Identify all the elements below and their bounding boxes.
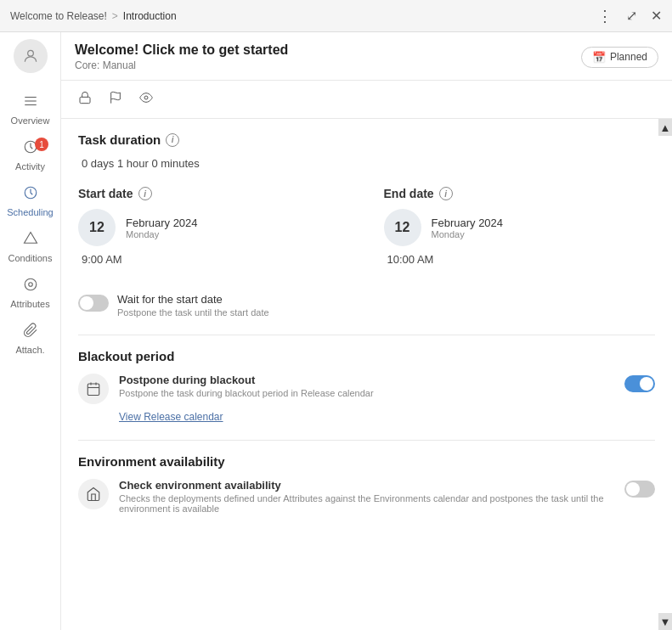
flag-icon[interactable] — [105, 87, 126, 111]
page-title: Welcome! Click me to get started — [75, 42, 288, 58]
dates-row: Start date i 12 February 2024 Monday 9:0… — [78, 187, 655, 279]
calendar-icon: 📅 — [592, 51, 606, 64]
sidebar-label-attach: Attach. — [15, 345, 44, 355]
end-time: 10:00 AM — [384, 253, 656, 266]
start-date-day: 12 — [78, 209, 116, 246]
planned-button[interactable]: 📅 Planned — [581, 47, 658, 68]
blackout-item-title: Postpone during blackout — [119, 374, 614, 386]
wait-label-sub: Postpone the task until the start date — [117, 307, 269, 318]
blackout-icon — [78, 374, 109, 404]
start-month-year: February 2024 — [126, 217, 198, 229]
divider-2 — [78, 440, 655, 441]
wait-toggle-label: Wait for the start date Postpone the tas… — [117, 293, 269, 318]
env-title-text: Environment availability — [78, 454, 225, 469]
task-duration-info-icon[interactable]: i — [166, 133, 179, 147]
scroll-area[interactable]: Task duration i 0 days 1 hour 0 minutes … — [61, 119, 672, 630]
svg-marker-6 — [24, 233, 37, 244]
start-day-name: Monday — [126, 229, 198, 239]
sidebar-item-activity[interactable]: 1 Activity — [0, 132, 60, 178]
activity-badge: 1 — [35, 138, 48, 151]
task-duration-label: Task duration — [78, 132, 161, 147]
task-duration-section: Task duration i — [78, 132, 655, 147]
start-date-info-icon[interactable]: i — [138, 187, 152, 200]
scheduling-icon — [23, 185, 38, 205]
overview-icon — [23, 93, 38, 113]
scroll-down-arrow[interactable]: ▼ — [658, 613, 672, 630]
breadcrumb-current: Introduction — [123, 10, 177, 22]
sidebar-item-attributes[interactable]: Attributes — [0, 270, 60, 316]
end-date-text: February 2024 Monday — [432, 217, 504, 239]
header-info: Welcome! Click me to get started Core: M… — [75, 42, 288, 71]
wait-toggle[interactable] — [78, 295, 109, 312]
top-bar-actions: ⋮ ⤢ ✕ — [597, 7, 662, 25]
environment-section: Environment availability Check environme… — [78, 454, 655, 514]
end-day-name: Monday — [432, 229, 504, 239]
view-calendar-link[interactable]: View Release calendar — [119, 411, 223, 423]
scroll-up-arrow[interactable]: ▲ — [658, 119, 672, 136]
divider-1 — [78, 335, 655, 335]
sidebar-item-scheduling[interactable]: Scheduling — [0, 178, 60, 224]
header-subtitle: Core: Manual — [75, 59, 288, 71]
planned-label: Planned — [610, 51, 647, 63]
main-layout: Overview 1 Activity Scheduling — [0, 32, 672, 630]
svg-point-11 — [144, 96, 148, 99]
more-options-icon[interactable]: ⋮ — [597, 7, 613, 25]
start-date-section: Start date i 12 February 2024 Monday 9:0… — [78, 187, 350, 279]
svg-point-0 — [27, 50, 33, 56]
start-time: 9:00 AM — [78, 253, 350, 266]
end-date-info-icon[interactable]: i — [439, 187, 453, 200]
env-icon — [78, 479, 109, 509]
close-icon[interactable]: ✕ — [651, 8, 662, 24]
top-bar: Welcome to Release! > Introduction ⋮ ⤢ ✕ — [0, 0, 672, 32]
wait-label-main: Wait for the start date — [117, 293, 269, 306]
sidebar-item-conditions[interactable]: Conditions — [0, 224, 60, 270]
duration-value: 0 days 1 hour 0 minutes — [78, 157, 655, 170]
content-header: Welcome! Click me to get started Core: M… — [61, 32, 672, 81]
content-area: Welcome! Click me to get started Core: M… — [61, 32, 672, 630]
svg-rect-12 — [88, 384, 99, 396]
sidebar-label-activity: Activity — [15, 161, 45, 172]
blackout-section: Blackout period Postpone during blackout… — [78, 349, 655, 423]
end-month-year: February 2024 — [432, 217, 504, 229]
wait-toggle-track[interactable] — [78, 295, 109, 312]
start-date-label: Start date i — [78, 187, 350, 200]
breadcrumb-start[interactable]: Welcome to Release! — [10, 10, 107, 22]
avatar[interactable] — [14, 39, 48, 73]
sidebar-item-overview[interactable]: Overview — [0, 87, 60, 132]
env-item-text: Check environment availability Checks th… — [119, 479, 614, 514]
start-date-display: 12 February 2024 Monday — [78, 209, 350, 246]
breadcrumb: Welcome to Release! > Introduction — [10, 10, 177, 22]
svg-rect-9 — [80, 97, 90, 103]
blackout-toggle-track[interactable] — [624, 375, 655, 392]
env-item-title: Check environment availability — [119, 479, 614, 492]
sidebar-label-attributes: Attributes — [10, 299, 49, 309]
svg-point-7 — [28, 283, 32, 287]
env-toggle-track[interactable] — [624, 481, 655, 498]
sidebar-label-overview: Overview — [11, 115, 50, 126]
start-date-text: February 2024 Monday — [126, 217, 198, 239]
expand-icon[interactable]: ⤢ — [626, 8, 637, 24]
sidebar-label-conditions: Conditions — [8, 253, 53, 263]
lock-icon[interactable] — [75, 87, 95, 111]
env-item-sub: Checks the deployments defined under Att… — [119, 493, 614, 514]
attach-icon — [23, 323, 38, 342]
blackout-title-text: Blackout period — [78, 349, 174, 363]
blackout-title: Blackout period — [78, 349, 655, 363]
end-date-label: End date i — [384, 187, 656, 200]
eye-icon[interactable] — [136, 87, 156, 111]
end-date-day: 12 — [384, 209, 421, 246]
wait-toggle-row: Wait for the start date Postpone the tas… — [78, 293, 655, 318]
env-toggle[interactable] — [624, 481, 655, 498]
blackout-item-sub: Postpone the task during blackout period… — [119, 388, 614, 398]
breadcrumb-separator: > — [112, 10, 118, 22]
sidebar-label-scheduling: Scheduling — [7, 207, 53, 217]
sidebar-item-attach[interactable]: Attach. — [0, 316, 60, 362]
attributes-icon — [23, 277, 38, 296]
blackout-toggle[interactable] — [624, 375, 655, 392]
toolbar — [61, 81, 672, 119]
end-date-display: 12 February 2024 Monday — [384, 209, 656, 246]
conditions-icon — [23, 231, 38, 250]
end-date-section: End date i 12 February 2024 Monday 10:00… — [384, 187, 656, 279]
svg-point-8 — [25, 278, 37, 290]
env-title: Environment availability — [78, 454, 655, 469]
